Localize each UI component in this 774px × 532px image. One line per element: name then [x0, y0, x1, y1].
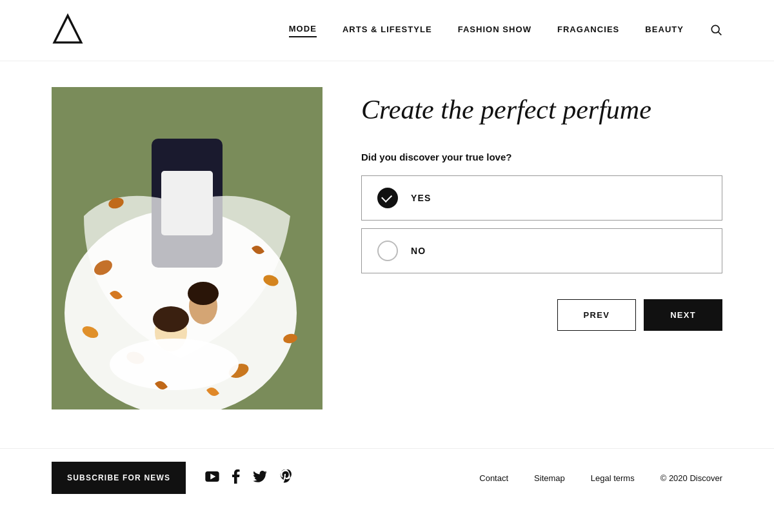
logo[interactable]: [52, 13, 84, 48]
option-yes-label: YES: [411, 193, 431, 203]
nav-beauty[interactable]: BEAUTY: [645, 25, 684, 37]
social-icons: [205, 469, 292, 486]
next-button[interactable]: NEXT: [644, 299, 722, 331]
footer-sitemap[interactable]: Sitemap: [534, 473, 565, 483]
pinterest-icon[interactable]: [280, 469, 292, 486]
footer-links: Contact Sitemap Legal terms © 2020 Disco…: [479, 473, 722, 483]
nav-mode[interactable]: MODE: [289, 24, 317, 37]
wedding-photo: [52, 87, 322, 409]
form-buttons: PREV NEXT: [361, 299, 722, 331]
radio-no: [377, 241, 398, 261]
header: MODE ARTS & LIFESTYLE FASHION SHOW FRAGA…: [0, 0, 774, 61]
option-no[interactable]: NO: [361, 228, 722, 273]
nav-arts-lifestyle[interactable]: ARTS & LIFESTYLE: [342, 25, 432, 37]
form-section: Create the perfect perfume Did you disco…: [361, 87, 722, 331]
svg-point-1: [711, 25, 719, 33]
svg-point-17: [153, 306, 189, 332]
subscribe-button[interactable]: SUBSCRIBE FOR NEWS: [52, 462, 186, 494]
svg-marker-0: [54, 15, 81, 43]
footer: SUBSCRIBE FOR NEWS Conta: [0, 448, 774, 507]
prev-button[interactable]: PREV: [557, 299, 637, 331]
twitter-icon[interactable]: [253, 471, 267, 485]
footer-contact[interactable]: Contact: [479, 473, 508, 483]
image-section: [52, 87, 322, 409]
search-button[interactable]: [710, 23, 722, 38]
svg-line-2: [719, 32, 722, 35]
radio-yes: [377, 188, 398, 208]
question-text: Did you discover your true love?: [361, 152, 722, 163]
nav-fragancies[interactable]: FRAGANCIES: [557, 25, 619, 37]
footer-legal[interactable]: Legal terms: [591, 473, 635, 483]
copyright-text: © 2020 Discover: [660, 473, 722, 483]
svg-point-19: [110, 339, 239, 390]
nav-fashion-show[interactable]: FASHION SHOW: [458, 25, 531, 37]
main-nav: MODE ARTS & LIFESTYLE FASHION SHOW FRAGA…: [289, 23, 722, 38]
form-title: Create the perfect perfume: [361, 94, 722, 126]
svg-rect-14: [161, 171, 213, 235]
option-yes[interactable]: YES: [361, 175, 722, 221]
option-no-label: NO: [411, 246, 426, 256]
facebook-icon[interactable]: [232, 469, 240, 486]
youtube-icon[interactable]: [205, 471, 219, 484]
svg-point-18: [188, 282, 219, 305]
main-content: Create the perfect perfume Did you disco…: [0, 61, 774, 435]
search-icon: [710, 23, 722, 36]
